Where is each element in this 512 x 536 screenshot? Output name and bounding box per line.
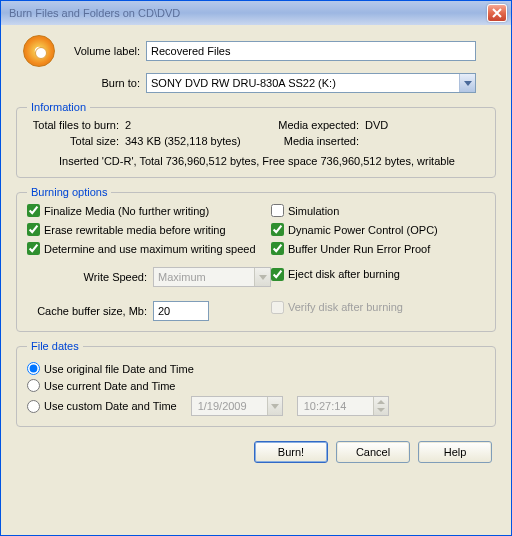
window-title: Burn Files and Folders on CD\DVD [9, 7, 487, 19]
cache-input[interactable] [153, 301, 209, 321]
burning-options-legend: Burning options [27, 186, 111, 198]
radio-original-date[interactable]: Use original file Date and Time [27, 362, 485, 375]
volume-label-text: Volume label: [62, 45, 146, 57]
simulation-checkbox[interactable]: Simulation [271, 204, 485, 217]
info-grid: Total files to burn: 2 Media expected: D… [27, 119, 485, 147]
dpc-checkbox[interactable]: Dynamic Power Control (OPC) [271, 223, 485, 236]
chevron-down-icon [254, 268, 270, 286]
determine-speed-checkbox[interactable]: Determine and use maximum writing speed [27, 242, 271, 255]
chevron-down-icon [267, 397, 282, 415]
disc-icon-cell [16, 35, 62, 67]
burn-button[interactable]: Burn! [254, 441, 328, 463]
disc-icon [23, 35, 55, 67]
dialog-window: Burn Files and Folders on CD\DVD Volume … [0, 0, 512, 536]
write-speed-label: Write Speed: [27, 271, 153, 283]
dialog-content: Volume label: Burn to: SONY DVD RW DRU-8… [1, 25, 511, 473]
size-label: Total size: [27, 135, 125, 147]
write-speed-select: Maximum [153, 267, 271, 287]
eject-checkbox[interactable]: Eject disk after burning [271, 261, 485, 287]
cache-row: Cache buffer size, Mb: [27, 301, 271, 321]
burn-to-row: Burn to: SONY DVD RW DRU-830A SS22 (K:) [16, 73, 496, 93]
custom-date-value: 1/19/2009 [198, 400, 267, 412]
help-button[interactable]: Help [418, 441, 492, 463]
files-label: Total files to burn: [27, 119, 125, 131]
burning-options-group: Burning options Finalize Media (No furth… [16, 186, 496, 332]
file-dates-group: File dates Use original file Date and Ti… [16, 340, 496, 427]
buffer-underrun-checkbox[interactable]: Buffer Under Run Error Proof [271, 242, 485, 255]
media-expected-value: DVD [365, 119, 445, 131]
cache-label: Cache buffer size, Mb: [27, 305, 153, 317]
titlebar: Burn Files and Folders on CD\DVD [1, 1, 511, 25]
custom-time-value: 10:27:14 [304, 400, 373, 412]
cancel-button[interactable]: Cancel [336, 441, 410, 463]
volume-label-input[interactable] [146, 41, 476, 61]
custom-date-picker: 1/19/2009 [191, 396, 283, 416]
information-group: Information Total files to burn: 2 Media… [16, 101, 496, 178]
burn-to-value: SONY DVD RW DRU-830A SS22 (K:) [151, 77, 459, 89]
volume-label-row: Volume label: [16, 35, 496, 67]
file-dates-legend: File dates [27, 340, 83, 352]
media-inserted-value [365, 135, 445, 147]
media-expected-label: Media expected: [275, 119, 365, 131]
information-legend: Information [27, 101, 90, 113]
inserted-media-status: Inserted 'CD-R', Total 736,960,512 bytes… [27, 155, 485, 167]
spinner-icon [373, 397, 388, 415]
verify-checkbox: Verify disk after burning [271, 293, 485, 321]
files-value: 2 [125, 119, 275, 131]
size-value: 343 KB (352,118 bytes) [125, 135, 275, 147]
radio-current-date[interactable]: Use current Date and Time [27, 379, 485, 392]
close-button[interactable] [487, 4, 507, 22]
radio-custom-date[interactable]: Use custom Date and Time [27, 400, 177, 413]
burn-to-label: Burn to: [62, 77, 146, 89]
options-grid: Finalize Media (No further writing) Simu… [27, 204, 485, 321]
burn-to-select[interactable]: SONY DVD RW DRU-830A SS22 (K:) [146, 73, 476, 93]
write-speed-value: Maximum [158, 271, 254, 283]
finalize-checkbox[interactable]: Finalize Media (No further writing) [27, 204, 271, 217]
close-icon [492, 8, 502, 18]
erase-checkbox[interactable]: Erase rewritable media before writing [27, 223, 271, 236]
custom-date-row: Use custom Date and Time 1/19/2009 10:27… [27, 396, 485, 416]
chevron-down-icon [459, 74, 475, 92]
button-row: Burn! Cancel Help [16, 431, 496, 463]
custom-time-picker: 10:27:14 [297, 396, 389, 416]
write-speed-row: Write Speed: Maximum [27, 267, 271, 287]
media-inserted-label: Media inserted: [275, 135, 365, 147]
